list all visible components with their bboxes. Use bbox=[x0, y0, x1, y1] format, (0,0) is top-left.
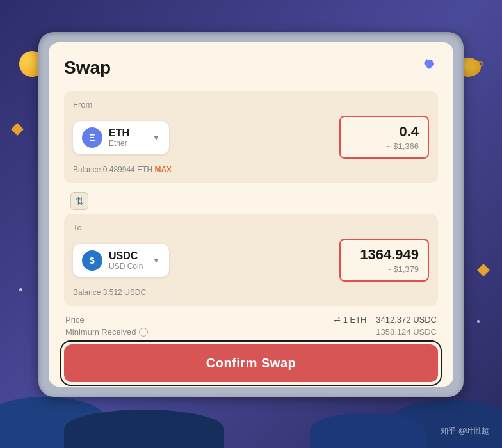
to-token-symbol: USDC bbox=[109, 250, 146, 262]
from-token-info: ETH Ether bbox=[109, 127, 146, 148]
price-value: ⇌ 1 ETH = 3412.372 USDC bbox=[334, 315, 437, 324]
eth-icon: Ξ bbox=[82, 127, 102, 148]
from-inner: Ξ ETH Ether ▼ 0.4 ~ $1,366 bbox=[73, 116, 429, 159]
to-label: To bbox=[73, 223, 429, 232]
swap-arrow-container: ⇅ bbox=[64, 188, 438, 214]
swap-card: Swap From Ξ ETH Ether ▼ bbox=[49, 42, 453, 387]
from-amount-box[interactable]: 0.4 ~ $1,366 bbox=[339, 116, 429, 159]
page-title: Swap bbox=[64, 58, 111, 78]
to-inner: $ USDC USD Coin ▼ 1364.949 ~ $1,379 bbox=[73, 239, 429, 282]
swap-arrow-icon: ⇅ bbox=[76, 195, 84, 207]
to-section: To $ USDC USD Coin ▼ 1364.949 ~ $1,379 bbox=[64, 214, 438, 306]
to-dropdown-arrow: ▼ bbox=[152, 256, 160, 265]
confirm-button-wrapper: Confirm Swap bbox=[64, 344, 438, 382]
settings-button[interactable] bbox=[420, 58, 438, 78]
from-token-symbol: ETH bbox=[109, 127, 146, 139]
price-info-row: Price ⇌ 1 ETH = 3412.372 USDC bbox=[64, 311, 438, 326]
from-balance-text: Balance 0.489944 ETH bbox=[73, 165, 152, 174]
from-token-name: Ether bbox=[109, 139, 146, 148]
confirm-swap-button[interactable]: Confirm Swap bbox=[64, 344, 438, 382]
to-amount-usd: ~ $1,379 bbox=[350, 264, 419, 274]
min-received-row: Minimum Received i 1358.124 USDC bbox=[64, 326, 438, 338]
to-amount-value: 1364.949 bbox=[350, 246, 419, 263]
watermark: 知乎 @叶胜超 bbox=[441, 426, 489, 436]
to-amount-box: 1364.949 ~ $1,379 bbox=[339, 239, 429, 282]
from-balance-row: Balance 0.489944 ETH MAX bbox=[73, 165, 429, 174]
price-label: Price bbox=[65, 315, 85, 324]
from-section: From Ξ ETH Ether ▼ 0.4 ~ $1,366 bbox=[64, 91, 438, 183]
info-icon[interactable]: i bbox=[139, 328, 148, 337]
to-token-name: USD Coin bbox=[109, 262, 146, 271]
from-token-selector[interactable]: Ξ ETH Ether ▼ bbox=[73, 121, 169, 154]
min-received-label-group: Minimum Received i bbox=[65, 327, 148, 337]
from-amount-usd: ~ $1,366 bbox=[350, 141, 419, 151]
from-dropdown-arrow: ▼ bbox=[152, 133, 160, 142]
to-token-selector[interactable]: $ USDC USD Coin ▼ bbox=[73, 244, 169, 277]
min-received-value: 1358.124 USDC bbox=[376, 327, 437, 337]
max-button[interactable]: MAX bbox=[154, 165, 172, 174]
to-balance-text: Balance 3.512 USDC bbox=[73, 288, 146, 297]
min-received-label: Minimum Received bbox=[65, 327, 136, 337]
to-token-info: USDC USD Coin bbox=[109, 250, 146, 271]
from-label: From bbox=[73, 100, 429, 109]
from-amount-value: 0.4 bbox=[350, 124, 419, 140]
panel-frame: Swap From Ξ ETH Ether ▼ bbox=[38, 32, 464, 397]
to-balance-row: Balance 3.512 USDC bbox=[73, 288, 429, 297]
hills-decoration bbox=[0, 390, 502, 448]
usdc-icon: $ bbox=[82, 250, 102, 271]
card-header: Swap bbox=[64, 58, 438, 78]
swap-direction-button[interactable]: ⇅ bbox=[70, 192, 88, 210]
